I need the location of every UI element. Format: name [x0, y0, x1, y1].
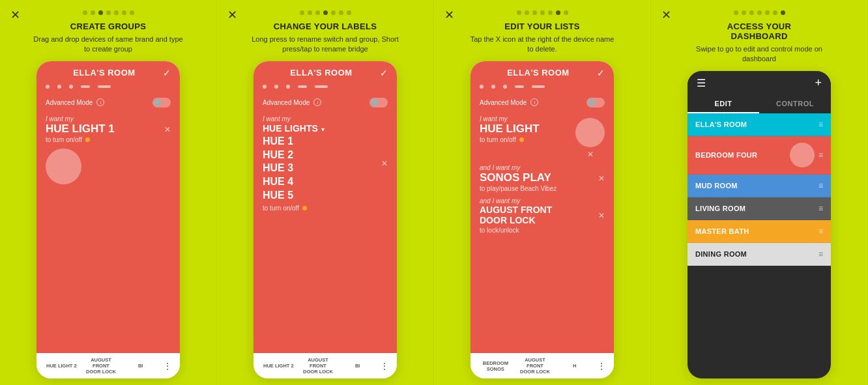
phone-body-2: Advanced Mode i I want my HUE LIGHTS ▾ H… [253, 93, 397, 353]
phone-header-3: ELLA'S ROOM ✓ [470, 61, 614, 82]
plus-icon[interactable]: + [815, 76, 822, 90]
action-1: to turn on/off [46, 136, 171, 143]
room-item-master[interactable]: MASTER BATH ≡ [687, 220, 831, 243]
close-icon-3[interactable]: ✕ [444, 8, 454, 22]
sub-item-4: HUE 4 [263, 175, 388, 189]
room-item-living[interactable]: LIVING ROOM ≡ [687, 197, 831, 220]
dot-3-7 [564, 10, 568, 15]
check-icon-1: ✓ [163, 68, 171, 78]
close-icon[interactable]: ✕ [10, 8, 20, 22]
dot-2-1 [300, 10, 304, 15]
toggle-knob-1 [153, 98, 162, 107]
advanced-mode-row-2: Advanced Mode i [263, 98, 388, 107]
more-icon-2[interactable]: ⋮ [379, 361, 390, 371]
phone-footer-1: HUE LIGHT 2 AUGUST FRONTDOOR LOCK BI ⋮ [36, 353, 180, 378]
circle-blob-1 [46, 149, 81, 184]
advanced-label-1: Advanced Mode [46, 99, 93, 106]
phone-mockup-2: ELLA'S ROOM ✓ Advanced Mode i I want my … [253, 61, 397, 378]
reorder-living[interactable]: ≡ [818, 204, 823, 213]
device-row-1: I want my HUE LIGHT 1 to turn on/off ✕ [46, 115, 171, 144]
info-icon-2: i [313, 98, 321, 106]
phone-mockup-4: ☰ + EDIT CONTROL ELLA'S ROOM ≡ BEDROOM F… [687, 71, 831, 378]
footer-item-3-1: BEDROOMSONOS [477, 360, 514, 372]
dot-2-2 [308, 10, 312, 15]
footer-item-2-1: HUE LIGHT 2 [260, 363, 297, 369]
circle-blob-bedroom [790, 143, 815, 167]
orange-dot-1 [85, 137, 90, 142]
panel-description: Drag and drop devices of same brand and … [33, 35, 183, 55]
dot-3-5 [548, 10, 553, 15]
reorder-mud[interactable]: ≡ [818, 181, 823, 190]
room-item-mud[interactable]: MUD ROOM ≡ [687, 175, 831, 197]
delete-btn-3a[interactable]: ✕ [587, 150, 594, 159]
sub-dash-3 [515, 85, 524, 88]
device-row-3c: and I want my AUGUST FRONTDOOR LOCK to l… [480, 197, 605, 234]
dot-4-5 [765, 10, 770, 15]
check-icon-2: ✓ [380, 68, 388, 78]
more-icon-1[interactable]: ⋮ [162, 361, 173, 371]
room-item-dining[interactable]: DINING ROOM ≡ [687, 243, 831, 266]
dot-4-2 [742, 10, 746, 15]
delete-btn-2[interactable]: ✕ [381, 159, 388, 168]
room-item-bedroom[interactable]: BEDROOM FOUR ≡ [687, 136, 831, 175]
dot-3-1 [517, 10, 521, 15]
reorder-ella[interactable]: ≡ [818, 120, 823, 129]
reorder-dining[interactable]: ≡ [818, 250, 823, 259]
sonos-name: SONOS PLAY [480, 172, 605, 184]
dot-4-1 [734, 10, 738, 15]
dot-7 [130, 10, 134, 15]
room-item-ella[interactable]: ELLA'S ROOM ≡ [687, 113, 831, 136]
room-label-dining: DINING ROOM [695, 250, 818, 258]
advanced-label-2: Advanced Mode [263, 99, 310, 106]
dot-2-3 [315, 10, 320, 15]
device-name-3: HUE LIGHT [480, 123, 575, 135]
toggle-3[interactable] [586, 98, 605, 107]
device-name-1: HUE LIGHT 1 [46, 123, 171, 135]
phone-header-title-1: ELLA'S ROOM [46, 68, 163, 78]
sub-dot-1 [46, 85, 50, 89]
delete-btn-3c[interactable]: ✕ [598, 211, 605, 220]
progress-dots [83, 10, 134, 15]
panel-change-labels: ✕ CHANGE YOUR LABELS Long press to renam… [217, 0, 434, 385]
panel-title-4: ACCESS YOUR DASHBOARD [727, 21, 791, 41]
toggle-2[interactable] [369, 98, 388, 107]
close-icon-2[interactable]: ✕ [227, 8, 237, 22]
phone-header-title-2: ELLA'S ROOM [263, 68, 380, 78]
dot-4-7 [781, 10, 785, 15]
room-label-living: LIVING ROOM [695, 205, 818, 212]
advanced-mode-row-3: Advanced Mode i [480, 98, 605, 107]
reorder-bedroom[interactable]: ≡ [818, 150, 823, 160]
device-row-group: I want my HUE LIGHTS ▾ HUE 1 HUE 2 HUE 3… [263, 115, 388, 212]
phone-mockup-3: ELLA'S ROOM ✓ Advanced Mode i I want my … [470, 61, 614, 378]
footer-item-2-2: AUGUST FRONTDOOR LOCK [300, 357, 337, 375]
sonos-action: to play/pause Beach Vibez [480, 185, 605, 192]
dot-2-7 [347, 10, 351, 15]
sub-dot-2-1 [263, 85, 267, 89]
delete-btn-1[interactable]: ✕ [164, 125, 171, 134]
sub-item-2: HUE 2 [263, 149, 388, 162]
progress-dots-3 [517, 10, 568, 15]
panel-title-2: CHANGE YOUR LABELS [274, 21, 377, 31]
close-icon-4[interactable]: ✕ [661, 8, 671, 22]
phone-body-3: Advanced Mode i I want my HUE LIGHT to t… [470, 93, 614, 353]
footer-item-2: AUGUST FRONTDOOR LOCK [83, 357, 120, 375]
progress-dots-4 [734, 10, 785, 15]
phone-footer-2: HUE LIGHT 2 AUGUST FRONTDOOR LOCK BI ⋮ [253, 353, 397, 378]
panel-dashboard: ✕ ACCESS YOUR DASHBOARD Swipe to go to e… [651, 0, 868, 385]
more-icon-3[interactable]: ⋮ [596, 361, 607, 371]
delete-btn-3b[interactable]: ✕ [598, 174, 605, 183]
phone-sub-header-3 [470, 82, 614, 93]
hamburger-icon[interactable]: ☰ [697, 77, 706, 89]
tab-edit[interactable]: EDIT [687, 95, 759, 113]
footer-item-3-3: H [556, 363, 593, 369]
sub-rect-1 [98, 85, 111, 88]
sub-dash-1 [81, 85, 90, 88]
phone-mockup-1: ELLA'S ROOM ✓ Advanced Mode i I want my … [36, 61, 180, 378]
sub-dot-3-3 [503, 85, 507, 89]
reorder-master[interactable]: ≡ [818, 227, 823, 236]
tab-control[interactable]: CONTROL [759, 95, 831, 113]
panel-title: CREATE GROUPS [70, 21, 146, 31]
dot-2-4 [323, 10, 328, 15]
device-row-3a: I want my HUE LIGHT to turn on/off ✕ [480, 115, 605, 159]
toggle-1[interactable] [152, 98, 171, 107]
